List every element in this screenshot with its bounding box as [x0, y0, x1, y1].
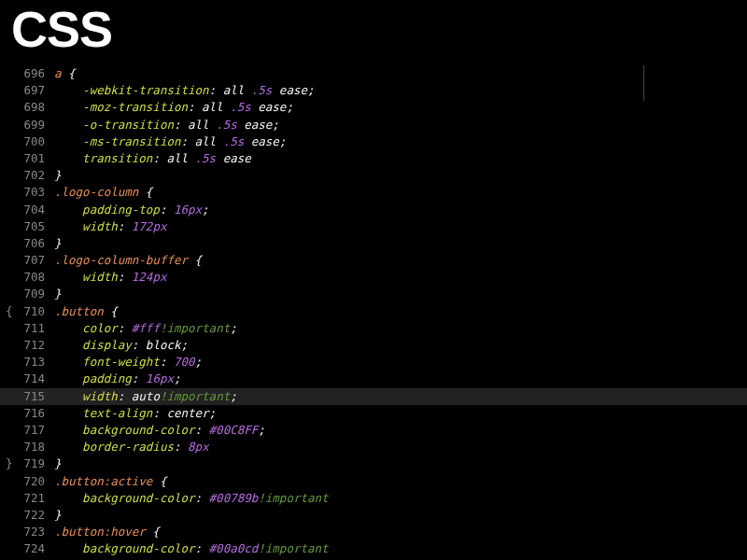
code-line[interactable]: padding-top: 16px; — [54, 202, 329, 218]
token-prop: border-radius — [82, 440, 174, 454]
token-str: ease — [272, 83, 307, 97]
token-sel: .button — [54, 304, 104, 318]
token-str: all — [223, 83, 251, 97]
line-number: 723 — [0, 524, 45, 540]
token-prop: text-align — [82, 406, 152, 420]
token-num: .5s — [230, 100, 251, 114]
token-prop: -o-transition — [82, 118, 174, 132]
code-line[interactable]: padding: 16px; — [54, 371, 329, 387]
token-imp: !important — [160, 389, 230, 403]
line-number-gutter: 6966976986997007017027037047057067077087… — [0, 63, 45, 560]
line-number: 703 — [0, 184, 45, 201]
token-punc: : — [188, 100, 202, 114]
token-num: .5s — [195, 151, 217, 165]
token-str: all — [202, 100, 230, 114]
token-prop: transition — [82, 151, 152, 165]
token-punc — [54, 270, 82, 284]
code-line[interactable]: } — [54, 455, 329, 472]
column-ruler — [643, 65, 644, 101]
code-line[interactable]: width: auto!important; — [54, 388, 329, 405]
line-number: 714 — [0, 371, 45, 387]
token-punc: } — [54, 456, 62, 470]
line-number: 712 — [0, 337, 45, 354]
code-line[interactable]: background-color: #00789b!important — [54, 490, 329, 507]
token-num: #fff — [132, 321, 160, 335]
token-str: all — [166, 151, 194, 165]
line-number: 700 — [0, 133, 45, 150]
token-punc — [54, 118, 82, 132]
token-str: all — [195, 134, 223, 148]
code-line[interactable]: background-color: #00a0cd!important — [54, 540, 329, 557]
token-punc: : — [132, 338, 146, 352]
token-punc: : — [174, 118, 188, 132]
code-line[interactable]: .logo-column { — [54, 184, 329, 201]
token-punc: : — [118, 270, 132, 284]
token-num: .5s — [251, 83, 273, 97]
line-number: 701 — [0, 150, 45, 167]
line-number: 707 — [0, 252, 45, 269]
code-line[interactable]: background-color: #00C8FF; — [54, 422, 329, 439]
token-prop: width — [82, 219, 118, 233]
code-line[interactable]: } — [54, 507, 329, 524]
code-line[interactable]: -moz-transition: all .5s ease; — [54, 99, 329, 116]
code-line[interactable]: a { — [54, 65, 329, 82]
code-line[interactable]: -o-transition: all .5s ease; — [54, 117, 329, 133]
token-num: #00C8FF — [209, 423, 259, 437]
token-punc: : — [160, 355, 174, 369]
code-line[interactable]: } — [54, 235, 329, 252]
code-line[interactable]: } — [54, 286, 329, 302]
line-number: 716 — [0, 405, 45, 422]
token-punc: ; — [258, 423, 265, 437]
token-str: ease — [216, 151, 251, 165]
token-str: all — [188, 118, 216, 132]
code-line[interactable]: .button:hover { — [54, 524, 329, 540]
code-line[interactable]: -webkit-transition: all .5s ease; — [54, 82, 329, 99]
code-line[interactable]: border-radius: 8px — [54, 439, 329, 455]
token-punc: ; — [209, 406, 217, 420]
token-sel: .logo-column-buffer — [54, 253, 188, 267]
token-prop: background-color — [82, 541, 194, 555]
token-prop: background-color — [82, 423, 194, 437]
code-content[interactable]: a { -webkit-transition: all .5s ease; -m… — [54, 63, 329, 560]
token-str: center — [166, 406, 208, 420]
token-str: ease — [251, 100, 287, 114]
token-punc: : — [209, 83, 223, 97]
code-line[interactable]: color: #fff!important; — [54, 320, 329, 337]
code-line[interactable]: } — [54, 167, 329, 184]
token-punc — [54, 83, 82, 97]
token-punc — [54, 541, 82, 555]
code-line[interactable]: display: block; — [54, 337, 329, 354]
token-punc: ; — [307, 83, 315, 97]
token-punc — [54, 406, 82, 420]
code-line[interactable]: font-weight: 700; — [54, 354, 329, 371]
code-line[interactable]: width: 172px — [54, 218, 329, 235]
code-line[interactable]: text-align: center; — [54, 405, 329, 422]
token-prop: width — [82, 389, 118, 403]
code-line[interactable]: .button:active { — [54, 473, 329, 490]
token-punc: ; — [272, 118, 279, 132]
line-number: 706 — [0, 235, 45, 252]
token-punc — [54, 423, 82, 437]
token-str: ease — [237, 118, 273, 132]
token-num: .5s — [223, 134, 245, 148]
token-punc: : — [118, 321, 132, 335]
token-num: .5s — [216, 118, 237, 132]
code-line[interactable]: -ms-transition: all .5s ease; — [54, 133, 329, 150]
token-sel: a — [54, 66, 62, 80]
line-number: 699 — [0, 117, 45, 133]
code-line[interactable]: .button { — [54, 303, 329, 320]
token-prop: -webkit-transition — [82, 83, 208, 97]
token-punc — [54, 440, 82, 454]
token-punc: { — [152, 474, 166, 488]
token-punc: ; — [174, 371, 181, 385]
token-num: #00789b — [209, 491, 259, 505]
token-num: 8px — [188, 440, 209, 454]
token-punc: : — [118, 219, 132, 233]
token-sel: .button:hover — [54, 525, 146, 539]
token-sel: .button:active — [54, 474, 152, 488]
token-punc — [54, 134, 82, 148]
token-str: ease — [244, 134, 279, 148]
code-line[interactable]: .logo-column-buffer { — [54, 252, 329, 269]
code-line[interactable]: transition: all .5s ease — [54, 150, 329, 167]
code-line[interactable]: width: 124px — [54, 269, 329, 286]
